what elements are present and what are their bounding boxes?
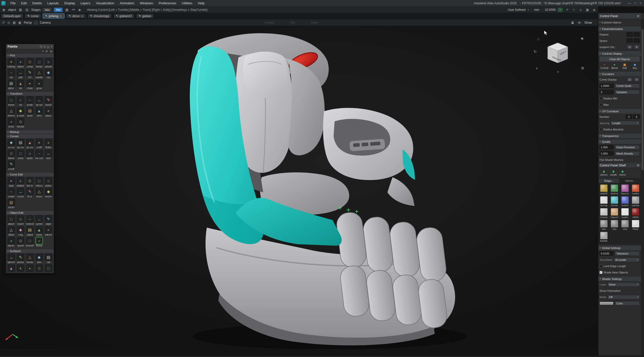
units-label[interactable]: mm [534,8,539,12]
shader-layer-dropdown[interactable]: None▾ [608,282,640,287]
section-curvature[interactable]: ▾Curvature [598,71,641,76]
tool-transf[interactable]: ✎transf [44,96,53,106]
tool-ffcbln[interactable]: +ffcbln [44,139,53,149]
draw-precision-button[interactable]: Draw Precision [615,145,640,150]
diag-tool-vis3[interactable]: Vis3 [620,220,630,230]
mesh-density-button[interactable]: Mesh Density [615,151,640,156]
magnifier-icon[interactable]: ◎ [60,14,62,18]
tolerance-button[interactable]: Tolerance [615,251,640,256]
tool-blank[interactable]: □ [44,265,53,272]
tool-kptbx[interactable]: ○kptbx [25,150,34,160]
menu-animation[interactable]: Animation [117,0,137,7]
user-defined-dropdown[interactable]: User Defined [508,8,526,12]
gear-icon[interactable]: ⚙ [581,66,584,70]
tool-grow[interactable]: +grow [34,80,44,90]
menu-edit[interactable]: Edit [18,0,29,7]
tool-crvoff[interactable]: ✎crvoff [7,161,16,171]
tool-np-scl[interactable]: ↔np scl [34,96,44,106]
maximize-icon[interactable]: □ [634,2,636,5]
tool-rail[interactable]: ▤rail [44,254,53,264]
palette-section-header[interactable]: ▾Curve Edit [6,172,54,176]
tool-zero[interactable]: ▲zero [34,107,44,117]
menu-display[interactable]: Display [61,0,78,7]
section-global-settings[interactable]: ▾Global Settings [598,245,641,250]
section-uv-curvature[interactable]: ▾UV Curvature [598,109,641,114]
tool-t-rig[interactable]: ◆t-rig [16,226,25,236]
lock-icon[interactable] [571,21,574,24]
tool-crvfil[interactable]: ×crvfil [34,139,44,149]
tool-ffmod[interactable]: ○ffmod [34,237,44,247]
tool-addpts[interactable]: +addpts [16,177,25,187]
grid-toggle-icon[interactable]: ▦ [13,21,16,24]
palette-section-header[interactable]: ▾Transform [6,91,54,96]
viewport-3d[interactable]: Palette ⓘ ≡ △ × ≡ ⚙ ▤ ▾Pick×nothing+obje… [0,26,598,349]
persp-label[interactable]: Persp [24,21,32,24]
draw-precision-input[interactable]: 1.000 [599,145,614,149]
section-quality[interactable]: ▾Quality [598,139,641,144]
magnet-icon[interactable]: ◉ [2,8,6,12]
diag-tool-vis2[interactable]: Vis2 [609,220,620,230]
plus-icon[interactable]: + [557,69,559,74]
gear-icon[interactable]: ⚙ [46,50,48,53]
tool-chain[interactable]: ×chain [25,80,34,90]
cd-cvhull[interactable]: ×Cv/Hull [599,63,610,69]
menu-windows[interactable]: Windows [137,0,156,7]
section-controls-display[interactable]: ▾Controls Display [598,51,641,56]
snap-curve-icon[interactable]: ∪ [578,8,583,12]
tool-fit-cr[interactable]: ✎fit cr [25,188,34,198]
diag-tool-ltunne[interactable]: LTunne [598,208,609,219]
number-u-input[interactable]: 2 [626,115,632,119]
camera-label[interactable]: Camera [40,21,51,24]
info-icon[interactable]: ⓘ [40,45,43,49]
layer-tab-dizuo[interactable]: ✎dizuo◎ [66,14,86,18]
close-icon[interactable]: × [51,45,52,48]
tool-blank[interactable]: ◇ [34,265,44,272]
tool-prjtan[interactable]: ○prjtan [44,177,53,187]
tool-pkloc[interactable]: ▤pkloc [7,80,16,90]
tool-crvsct[interactable]: ↔crvsct [16,188,25,198]
menu-layouts[interactable]: Layouts [45,0,62,7]
tool-ep-crv[interactable]: ▤ep crv [16,139,25,149]
cd-key[interactable]: ◆Key [630,63,640,69]
magnifier-icon[interactable]: ◎ [81,14,83,18]
layer-tab-jisheng[interactable]: ✎jisheng◎ [43,14,65,18]
tool-move[interactable]: □move [7,96,16,106]
menu-delete[interactable]: Delete [29,0,45,7]
tool-cos[interactable]: ◆cos [44,69,53,79]
tool-edcmt[interactable]: ×edcmt [44,226,53,236]
alias-logo-icon[interactable] [2,1,6,5]
menu-preferences[interactable]: Preferences [156,0,179,7]
tool-crvpln[interactable]: ~crvpln [7,188,16,198]
lens-icon[interactable]: ◐ [536,66,538,70]
palette-section-header[interactable]: ▾Object Edit [6,210,54,215]
tool-scale[interactable]: ~scale [25,96,34,106]
palette-section-header[interactable]: ▾Markup [6,130,54,134]
diag-tool-clayao[interactable]: ClayAO [609,208,620,219]
play-icon[interactable]: ▶ [78,8,82,12]
tool-align[interactable]: ✎align [44,216,53,226]
cd-blend[interactable]: ●Blend [610,63,620,69]
diag-tool-usetex[interactable]: UseTex [630,196,641,207]
tool-vis[interactable]: ▲vis [16,80,25,90]
tool-ptprec[interactable]: +ptprec [7,237,16,247]
tool-rot[interactable]: ○rot [16,96,25,106]
cd-edit[interactable]: ▣Edit [620,63,630,69]
tool-CV[interactable]: ✎CV [25,69,34,79]
layer-tab-shoukongqi[interactable]: ✎shoukongqi [88,14,112,18]
layer-tab-DefaultLayer[interactable]: DefaultLayer [1,14,23,18]
list-icon[interactable]: ≡ [44,45,46,48]
comb-scale-input[interactable]: 1.0000 [599,84,614,88]
tool-close[interactable]: ▲close [34,226,44,236]
tolerance-input[interactable]: 0.0100 [599,251,614,256]
diag-tool-vis1[interactable]: Vis1 [598,220,609,230]
tool-dynply[interactable]: ◇dynply [16,118,25,128]
section-shader-settings[interactable]: ▾Shader Settings [598,276,641,281]
picked-objects-row[interactable]: ▾ 0 picked objects [598,19,641,25]
tool-pivot[interactable]: ▤pivot [25,107,34,117]
section-transparency[interactable]: ▾Transparency [598,133,641,138]
samples-button[interactable]: Samples [615,90,640,94]
palette-section-header[interactable]: ▾Surfaces [6,249,54,253]
tool-sphere[interactable]: ↔sphere [7,254,16,264]
tool-comp[interactable]: ◇comp [25,58,34,68]
tool-sebset[interactable]: ○sebset [44,58,53,68]
